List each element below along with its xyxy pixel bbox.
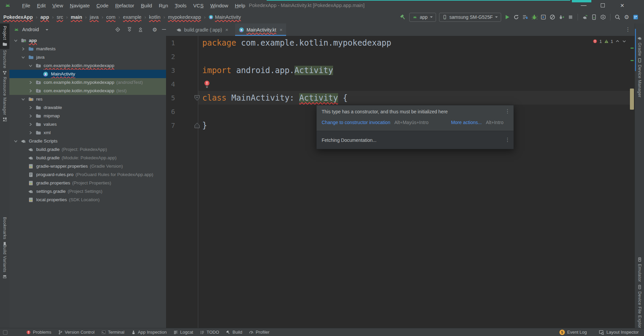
event-log-button[interactable]: 5 Event Log [559, 328, 587, 336]
run-config-select[interactable]: app [409, 13, 436, 22]
minimize-button[interactable]: — [576, 0, 591, 11]
more-actions-link[interactable]: More actions... [451, 120, 482, 125]
chevron-right-icon[interactable] [21, 47, 25, 51]
menu-navigate[interactable]: Navigate [66, 0, 93, 11]
statusbar-version-control[interactable]: Version Control [58, 330, 95, 335]
search-icon[interactable] [614, 14, 621, 20]
breadcrumb-item[interactable]: kotlin [149, 14, 160, 20]
quickfix-link[interactable]: Change to constructor invocation [322, 120, 390, 125]
menu-vcs[interactable]: VCS [190, 0, 207, 11]
tab-overflow-icon[interactable]: ⋮ [625, 26, 631, 33]
tree-item-mainactivity[interactable]: MainActivity [9, 70, 166, 78]
chevron-right-icon[interactable] [28, 114, 33, 118]
device-select[interactable]: samsung SM-G525F [439, 13, 501, 22]
menu-edit[interactable]: Edit [34, 0, 49, 11]
layout-inspector-button[interactable]: Layout Inspector [599, 328, 639, 336]
attach-debugger-icon[interactable] [558, 14, 565, 20]
breadcrumb-item[interactable]: example [123, 14, 142, 20]
tree-item-gradle-scripts[interactable]: Gradle Scripts [9, 137, 166, 145]
menu-code[interactable]: Code [93, 0, 112, 11]
menu-run[interactable]: Run [155, 0, 171, 11]
menu-refactor[interactable]: Refactor [112, 0, 138, 11]
toolwindow-project[interactable]: Project [0, 23, 9, 49]
sdk-manager-icon[interactable] [600, 14, 606, 20]
chevron-right-icon[interactable] [28, 130, 33, 135]
maximize-button[interactable] [595, 0, 610, 11]
build-hammer-icon[interactable] [399, 14, 406, 20]
chevron-down-icon[interactable] [13, 139, 18, 144]
breadcrumb-item[interactable]: PokedexApp [3, 14, 33, 20]
chevron-right-icon[interactable] [28, 89, 33, 93]
stop-icon[interactable] [568, 14, 574, 20]
statusbar-app-inspection[interactable]: App Inspection [131, 330, 167, 335]
toolwindow-structure[interactable]: Structure [0, 48, 9, 77]
toolwindow-switcher-icon[interactable] [3, 330, 7, 335]
profile-debuggable-icon[interactable] [633, 14, 639, 20]
popup-menu-icon[interactable]: ⋮ [505, 109, 510, 114]
tree-item-settings-gradle[interactable]: settings.gradle(Project Settings) [9, 187, 166, 195]
chevron-right-icon[interactable] [28, 80, 33, 85]
code-editor[interactable]: 1234567 package com.example.kotlin.mypok… [166, 36, 635, 328]
debug-icon[interactable] [531, 14, 537, 20]
breadcrumb-item[interactable]: com [106, 14, 115, 20]
tree-item-res[interactable]: res [9, 95, 166, 103]
chevron-down-icon[interactable] [13, 38, 18, 43]
tree-item-mipmap[interactable]: mipmap [9, 112, 166, 120]
breadcrumb-item[interactable]: src [57, 14, 63, 20]
menu-help[interactable]: Help [231, 0, 249, 11]
menu-tools[interactable]: Tools [171, 0, 190, 11]
apply-changes-icon[interactable] [522, 14, 528, 20]
close-icon[interactable]: × [225, 27, 228, 33]
menu-file[interactable]: File [19, 0, 34, 11]
chevron-down-icon[interactable] [21, 97, 25, 102]
rerun-icon[interactable] [513, 14, 519, 20]
statusbar-todo[interactable]: TODO [200, 330, 219, 335]
chevron-right-icon[interactable] [28, 122, 33, 127]
menu-view[interactable]: View [49, 0, 66, 11]
prev-issue-icon[interactable] [615, 39, 620, 44]
toolwindow-device-manager[interactable]: Device Manager [635, 56, 644, 100]
chevron-down-icon[interactable] [28, 63, 33, 68]
chevron-down-icon[interactable] [21, 55, 25, 60]
fold-start-icon[interactable] [194, 95, 200, 101]
tree-item-build-gradle[interactable]: build.gradle(Module: PokedexApp.app) [9, 154, 166, 162]
breadcrumb-item[interactable]: MainActivity [215, 14, 241, 20]
tree-item-gradle-properties[interactable]: gradle.properties(Project Properties) [9, 179, 166, 187]
tree-item-com-example-kotlin-mypokedexapp[interactable]: com.example.kotlin.mypokedexapp(test) [9, 87, 166, 95]
statusbar-terminal[interactable]: Terminal [101, 330, 124, 335]
toolwindow-device-file-explorer[interactable]: Device File Explorer [635, 282, 644, 328]
menu-window[interactable]: Window [207, 0, 231, 11]
profile-icon[interactable] [549, 14, 555, 20]
statusbar-problems[interactable]: Problems [26, 330, 51, 335]
toolwindow-gradle[interactable]: Gradle [635, 34, 644, 59]
tab-mainactivity[interactable]: MainActivity.kt × [235, 23, 286, 36]
error-intention-bulb-icon[interactable] [204, 80, 210, 89]
next-issue-icon[interactable] [622, 39, 627, 44]
tree-item-com-example-kotlin-mypokedexapp[interactable]: com.example.kotlin.mypokedexapp [9, 61, 166, 70]
menu-build[interactable]: Build [138, 0, 155, 11]
tree-item-values[interactable]: values [9, 120, 166, 128]
scrollbar-thumb[interactable] [630, 89, 634, 110]
statusbar-logcat[interactable]: Logcat [173, 330, 193, 335]
toolwindow-resource-manager[interactable]: Resource Manager [0, 74, 9, 124]
tree-item-gradle-wrapper-properties[interactable]: gradle-wrapper.properties(Gradle Version… [9, 162, 166, 170]
inspection-widget[interactable]: 1 1 [593, 37, 627, 45]
tree-item-com-example-kotlin-mypokedexapp[interactable]: com.example.kotlin.mypokedexapp(androidT… [9, 78, 166, 87]
close-button[interactable]: × [614, 0, 630, 11]
statusbar-profiler[interactable]: Profiler [249, 330, 269, 335]
tree-item-drawable[interactable]: drawable [9, 103, 166, 112]
run-button[interactable] [504, 14, 510, 20]
gradle-sync-icon[interactable] [582, 14, 588, 20]
tree-item-app[interactable]: app [9, 36, 166, 45]
breadcrumb-item[interactable]: app [41, 14, 49, 20]
tab-build-gradle[interactable]: build.gradle (:app) × [173, 23, 232, 36]
close-icon[interactable]: × [279, 27, 282, 33]
tree-item-java[interactable]: java [9, 53, 166, 61]
tree-item-xml[interactable]: xml [9, 128, 166, 137]
statusbar-build[interactable]: Build [226, 330, 242, 335]
toolwindow-build-variants[interactable]: Build Variants [0, 242, 9, 281]
settings-gear-icon[interactable]: ⚙ [624, 14, 630, 20]
breadcrumb-item[interactable]: mypokedexapp [168, 14, 201, 20]
breadcrumb-item[interactable]: main [71, 14, 82, 20]
popup-menu-icon[interactable]: ⋮ [505, 137, 510, 143]
